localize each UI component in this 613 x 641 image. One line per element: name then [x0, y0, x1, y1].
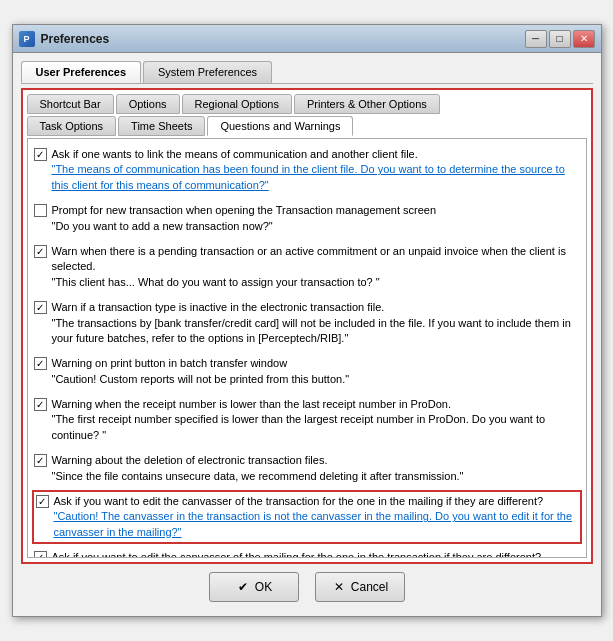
- minimize-button[interactable]: ─: [525, 30, 547, 48]
- cancel-button[interactable]: ✕ Cancel: [315, 572, 405, 602]
- question-text-q5: Warning on print button in batch transfe…: [52, 356, 580, 387]
- question-detail-q6: "The first receipt number specified is l…: [52, 412, 580, 443]
- checkbox-q9[interactable]: ✓: [34, 551, 47, 558]
- question-title-q5: Warning on print button in batch transfe…: [52, 356, 580, 371]
- question-detail-q5: "Caution! Custom reports will not be pri…: [52, 372, 580, 387]
- question-detail-q1[interactable]: "The means of communication has been fou…: [52, 162, 580, 193]
- question-text-q1: Ask if one wants to link the means of co…: [52, 147, 580, 193]
- sub-tab-time-sheets[interactable]: Time Sheets: [118, 116, 205, 136]
- annotations-column: [0, 138, 27, 558]
- question-wrapper-q9: ✓Ask if you want to edit the canvasser o…: [30, 546, 584, 558]
- question-text-q6: Warning when the receipt number is lower…: [52, 397, 580, 443]
- checkbox-q2[interactable]: [34, 204, 47, 217]
- question-wrapper-q6: ✓Warning when the receipt number is lowe…: [30, 393, 584, 447]
- checkbox-q3[interactable]: ✓: [34, 245, 47, 258]
- cancel-icon: ✕: [331, 579, 347, 595]
- question-wrapper-q8: B✓Ask if you want to edit the canvasser …: [30, 490, 584, 544]
- sub-tab-shortcut-bar[interactable]: Shortcut Bar: [27, 94, 114, 114]
- checkbox-q1[interactable]: ✓: [34, 148, 47, 161]
- checkbox-q4[interactable]: ✓: [34, 301, 47, 314]
- question-text-q7: Warning about the deletion of electronic…: [52, 453, 580, 484]
- question-wrapper-q2: Prompt for new transaction when opening …: [30, 199, 584, 238]
- checkbox-q8[interactable]: ✓: [36, 495, 49, 508]
- tab-panel: Shortcut Bar Options Regional Options Pr…: [21, 88, 593, 564]
- question-text-q9: Ask if you want to edit the canvasser of…: [52, 550, 580, 558]
- question-title-q7: Warning about the deletion of electronic…: [52, 453, 580, 468]
- app-icon: P: [19, 31, 35, 47]
- question-detail-q3: "This client has... What do you want to …: [52, 275, 580, 290]
- question-title-q4: Warn if a transaction type is inactive i…: [52, 300, 580, 315]
- question-item-q7: ✓Warning about the deletion of electroni…: [30, 449, 584, 488]
- question-item-q1: ✓Ask if one wants to link the means of c…: [30, 143, 584, 197]
- question-text-q4: Warn if a transaction type is inactive i…: [52, 300, 580, 346]
- preferences-window: P Preferences ─ □ ✕ User Preferences Sys…: [12, 24, 602, 617]
- question-item-q2: Prompt for new transaction when opening …: [30, 199, 584, 238]
- question-title-q6: Warning when the receipt number is lower…: [52, 397, 580, 412]
- tab-system-preferences[interactable]: System Preferences: [143, 61, 272, 83]
- question-detail-q4: "The transactions by [bank transfer/cred…: [52, 316, 580, 347]
- main-tab-bar: User Preferences System Preferences: [21, 61, 593, 84]
- question-item-q5: ✓Warning on print button in batch transf…: [30, 352, 584, 391]
- maximize-button[interactable]: □: [549, 30, 571, 48]
- close-button[interactable]: ✕: [573, 30, 595, 48]
- question-item-q9: ✓Ask if you want to edit the canvasser o…: [30, 546, 584, 558]
- bottom-bar: ✔ OK ✕ Cancel: [21, 564, 593, 608]
- sub-tab-options[interactable]: Options: [116, 94, 180, 114]
- sub-tab-regional-options[interactable]: Regional Options: [182, 94, 292, 114]
- sub-tab-row1: Shortcut Bar Options Regional Options Pr…: [27, 94, 587, 114]
- question-text-q2: Prompt for new transaction when opening …: [52, 203, 580, 234]
- question-wrapper-q5: A✓Warning on print button in batch trans…: [30, 352, 584, 391]
- question-wrapper-q4: ✓Warn if a transaction type is inactive …: [30, 296, 584, 350]
- question-text-q3: Warn when there is a pending transaction…: [52, 244, 580, 290]
- question-wrapper-q1: ✓Ask if one wants to link the means of c…: [30, 143, 584, 197]
- question-title-q3: Warn when there is a pending transaction…: [52, 244, 580, 275]
- window-title: Preferences: [41, 32, 525, 46]
- question-title-q1: Ask if one wants to link the means of co…: [52, 147, 580, 162]
- sub-tab-task-options[interactable]: Task Options: [27, 116, 117, 136]
- checkbox-q5[interactable]: ✓: [34, 357, 47, 370]
- question-title-q9: Ask if you want to edit the canvasser of…: [52, 550, 580, 558]
- question-text-q8: Ask if you want to edit the canvasser of…: [54, 494, 578, 540]
- ok-button[interactable]: ✔ OK: [209, 572, 299, 602]
- question-item-q3: ✓Warn when there is a pending transactio…: [30, 240, 584, 294]
- tab-user-preferences[interactable]: User Preferences: [21, 61, 142, 83]
- question-title-q8: Ask if you want to edit the canvasser of…: [54, 494, 578, 509]
- ok-icon: ✔: [235, 579, 251, 595]
- question-item-q8: ✓Ask if you want to edit the canvasser o…: [32, 490, 582, 544]
- question-detail-q2: "Do you want to add a new transaction no…: [52, 219, 580, 234]
- question-title-q2: Prompt for new transaction when opening …: [52, 203, 580, 218]
- question-wrapper-q3: ✓Warn when there is a pending transactio…: [30, 240, 584, 294]
- sub-tab-printers[interactable]: Printers & Other Options: [294, 94, 440, 114]
- checkbox-q7[interactable]: ✓: [34, 454, 47, 467]
- sub-tab-row2: Task Options Time Sheets Questions and W…: [27, 116, 587, 136]
- window-content: User Preferences System Preferences Shor…: [13, 53, 601, 616]
- questions-panel: ✓Ask if one wants to link the means of c…: [27, 138, 587, 558]
- question-item-q6: ✓Warning when the receipt number is lowe…: [30, 393, 584, 447]
- question-item-q4: ✓Warn if a transaction type is inactive …: [30, 296, 584, 350]
- question-detail-q7: "Since the file contains unsecure data, …: [52, 469, 580, 484]
- sub-tab-questions-warnings[interactable]: Questions and Warnings: [207, 116, 353, 136]
- title-bar-buttons: ─ □ ✕: [525, 30, 595, 48]
- question-detail-q8[interactable]: "Caution! The canvasser in the transacti…: [54, 509, 578, 540]
- question-wrapper-q7: ✓Warning about the deletion of electroni…: [30, 449, 584, 488]
- title-bar: P Preferences ─ □ ✕: [13, 25, 601, 53]
- checkbox-q6[interactable]: ✓: [34, 398, 47, 411]
